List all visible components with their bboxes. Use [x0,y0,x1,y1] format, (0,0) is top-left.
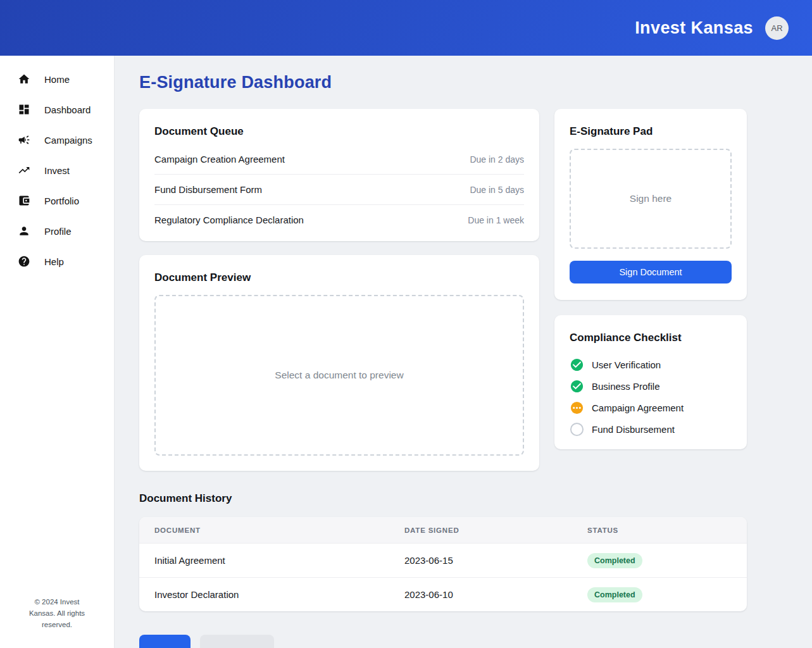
help-icon [18,255,30,268]
column-header-date-signed: DATE SIGNED [404,526,587,534]
table-row: Investor Declaration 2023-06-10 Complete… [139,577,747,611]
brand-title: Invest Kansas [635,18,753,38]
document-queue-card: Document Queue Campaign Creation Agreeme… [139,109,539,241]
check-circle-icon [570,379,584,394]
person-icon [18,225,30,237]
sidebar-item-label: Invest [44,165,70,176]
document-preview-title: Document Preview [154,271,524,284]
sidebar-item-label: Home [44,74,70,85]
page-title: E-Signature Dashboard [139,73,812,92]
sidebar-item-invest[interactable]: Invest [0,155,114,185]
main-content: E-Signature Dashboard Document Queue Cam… [114,56,812,648]
e-signature-pad-title: E-Signature Pad [570,125,732,138]
queue-item-due: Due in 1 week [468,215,524,225]
checklist-item: User Verification [570,357,732,372]
sidebar-item-label: Help [44,256,64,267]
trending-up-icon [18,164,30,177]
compliance-checklist-title: Compliance Checklist [570,332,732,344]
home-icon [18,73,30,85]
checklist-item: Business Profile [570,378,732,394]
queue-item-due: Due in 5 days [470,185,524,195]
queue-item[interactable]: Campaign Creation Agreement Due in 2 day… [154,144,524,175]
checklist-item: Fund Disbursement [570,421,732,437]
history-date-cell: 2023-06-15 [404,555,587,566]
pending-icon [570,401,584,415]
left-column: Document Queue Campaign Creation Agreeme… [139,109,539,471]
table-row: Initial Agreement 2023-06-15 Completed [139,543,747,577]
partial-primary-button[interactable] [139,635,191,648]
sidebar-item-label: Profile [44,226,72,237]
check-circle-icon [570,358,584,372]
checklist-item-label: Business Profile [592,381,660,392]
table-header-row: DOCUMENT DATE SIGNED STATUS [139,517,747,543]
history-date-cell: 2023-06-10 [404,589,587,600]
document-preview-area: Select a document to preview [154,295,524,456]
megaphone-icon [18,134,30,146]
queue-item[interactable]: Fund Disbursement Form Due in 5 days [154,175,524,205]
sidebar-nav: Home Dashboard Campaigns Invest Portfoli… [0,56,114,277]
document-preview-card: Document Preview Select a document to pr… [139,255,539,471]
sidebar-item-label: Campaigns [44,135,92,146]
sidebar-item-profile[interactable]: Profile [0,216,114,246]
sidebar-item-help[interactable]: Help [0,246,114,277]
signature-canvas[interactable]: Sign here [570,149,732,249]
bottom-actions [139,635,812,648]
checklist-item-label: User Verification [592,359,661,370]
avatar[interactable]: AR [765,16,789,40]
copyright-footer: © 2024 Invest Kansas. All rights reserve… [0,596,114,648]
partial-secondary-button[interactable] [200,635,274,648]
empty-circle-icon [570,422,584,437]
preview-placeholder-text: Select a document to preview [275,370,403,381]
document-history-table: DOCUMENT DATE SIGNED STATUS Initial Agre… [139,517,747,611]
wallet-icon [18,194,30,207]
compliance-checklist-card: Compliance Checklist User Verification B… [554,315,747,449]
sidebar-item-home[interactable]: Home [0,64,114,94]
sign-here-placeholder: Sign here [630,193,671,204]
sign-document-button[interactable]: Sign Document [570,261,732,284]
history-document-cell: Initial Agreement [154,555,404,566]
queue-item-name: Fund Disbursement Form [154,184,262,195]
status-badge: Completed [587,587,642,602]
queue-item-name: Campaign Creation Agreement [154,154,285,165]
top-header-bar: Invest Kansas AR [0,0,812,56]
queue-item[interactable]: Regulatory Compliance Declaration Due in… [154,205,524,235]
checklist-item-label: Fund Disbursement [592,424,675,435]
sidebar-item-dashboard[interactable]: Dashboard [0,94,114,125]
queue-item-name: Regulatory Compliance Declaration [154,215,304,225]
column-header-status: STATUS [587,526,732,534]
queue-item-due: Due in 2 days [470,154,524,165]
sidebar-item-label: Dashboard [44,104,91,115]
sidebar-item-portfolio[interactable]: Portfolio [0,185,114,216]
sidebar-item-campaigns[interactable]: Campaigns [0,125,114,155]
column-header-document: DOCUMENT [154,526,404,534]
status-badge: Completed [587,553,642,568]
sidebar-item-label: Portfolio [44,196,79,206]
document-queue-title: Document Queue [154,125,524,138]
right-column: E-Signature Pad Sign here Sign Document … [554,109,747,471]
sidebar: Home Dashboard Campaigns Invest Portfoli… [0,56,114,648]
dashboard-icon [18,103,30,116]
checklist-item: Campaign Agreement [570,400,732,415]
checklist-item-label: Campaign Agreement [592,402,684,413]
history-document-cell: Investor Declaration [154,589,404,600]
e-signature-pad-card: E-Signature Pad Sign here Sign Document [554,109,747,300]
document-history-title: Document History [139,492,812,505]
